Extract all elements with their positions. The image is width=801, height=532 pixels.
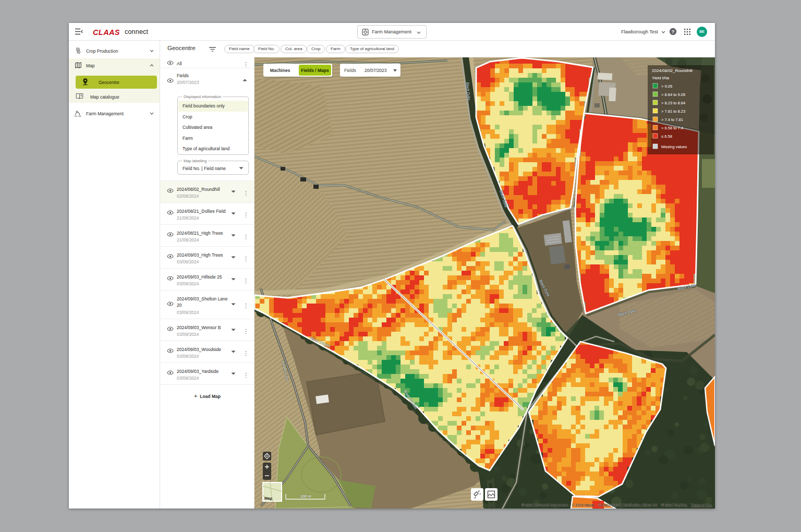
svg-text:> 9.05: > 9.05 xyxy=(661,84,672,89)
svg-text:≤ 6.58: ≤ 6.58 xyxy=(661,134,672,139)
svg-text:Yield t/ha: Yield t/ha xyxy=(652,76,670,80)
svg-text:Machines: Machines xyxy=(270,68,290,73)
svg-text:> 8.23 to 8.64: > 8.23 to 8.64 xyxy=(661,101,685,105)
svg-text:> 8.64 to 9.05: > 8.64 to 9.05 xyxy=(661,92,685,97)
svg-text:Missing values: Missing values xyxy=(661,144,687,149)
svg-text:> 6.58 to 7.4: > 6.58 to 7.4 xyxy=(661,126,683,130)
svg-text:100 m: 100 m xyxy=(300,494,311,499)
svg-text:> 7.81 to 8.23: > 7.81 to 8.23 xyxy=(661,109,685,114)
svg-text:© 2024 Microsoft Corporation: © 2024 Microsoft Corporation © 2024 Maxa… xyxy=(521,503,712,507)
svg-text:Fields / Maps: Fields / Maps xyxy=(301,68,329,73)
svg-text:2024/08/02_Roundhill: 2024/08/02_Roundhill xyxy=(652,68,693,73)
svg-text:?: ? xyxy=(672,29,675,34)
svg-text:20/07/2023: 20/07/2023 xyxy=(365,68,387,73)
svg-text:Fields: Fields xyxy=(344,68,356,73)
svg-text:> 7.4 to 7.81: > 7.4 to 7.81 xyxy=(661,117,683,122)
svg-text:Map: Map xyxy=(264,496,272,501)
